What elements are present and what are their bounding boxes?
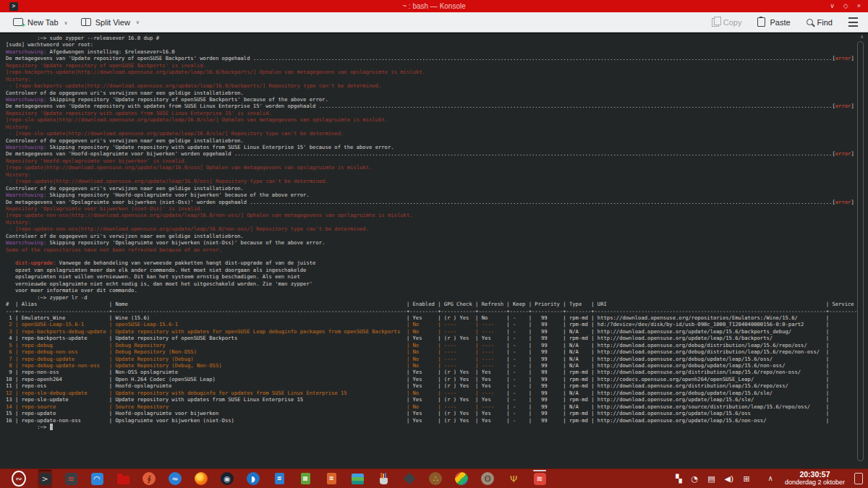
konsole-running-indicator [38, 470, 51, 471]
taskbar-wine-glass-app[interactable]: Ψ [506, 469, 521, 488]
split-view-icon [81, 18, 91, 26]
paste-button[interactable]: Paste [757, 17, 790, 27]
terminal-line: 1 | Emulators_Wine | Wine (15.6) | Yes |… [6, 314, 868, 321]
terminal-line [6, 253, 868, 260]
close-icon[interactable]: × [857, 3, 861, 9]
taskbar-red-waves-app[interactable]: ≋ [532, 469, 547, 488]
taskbar-libreoffice-writer[interactable]: ≣ [272, 469, 286, 488]
window-titlebar[interactable]: > ~ : bash — Konsole ∨ ◇ × [0, 0, 868, 12]
copy-button[interactable]: Copy [712, 18, 742, 27]
palette-app-icon: ∴ [429, 472, 442, 485]
taskbar-palette-app[interactable]: ∴ [428, 469, 443, 488]
taskbar-libreoffice-calc[interactable]: ▦ [298, 469, 312, 488]
terminal-line: 12 | repo-sle-debug-update | Update repo… [6, 390, 868, 396]
terminal-line: Waarschuwing: Skipping repository 'Hoofd… [6, 192, 868, 198]
terminal-viewport[interactable]: :~> sudo zypper --releasever 16.0 dup #[… [0, 33, 868, 468]
split-view-dropdown-chevron-icon[interactable]: ∨ [136, 20, 140, 25]
taskbar-libreoffice-impress[interactable]: ≣ [324, 469, 339, 488]
tray-clipboard-icon[interactable]: ▤ [707, 475, 715, 483]
taskbar-clock[interactable]: 20:30:57 donderdag 2 oktober [785, 471, 845, 486]
terminal-line: Controleer of de opgegeven uri's verwijz… [6, 185, 868, 192]
terminal-line: - [repo-backports-update|http://download… [6, 82, 868, 89]
taskbar-orange-circle-app[interactable]: ∮ [142, 469, 156, 488]
taskbar-opensuse-launcher[interactable]: ∾ [12, 469, 26, 488]
toolbar-right-group: Copy Paste Find [712, 17, 858, 27]
task-manager: ∾>≡◠∮≈◉◗≣▦≣∴ʘΨ≋ [12, 469, 547, 488]
tray-input-method-icon[interactable]: ◔ [692, 475, 699, 483]
terminal-line: Controleer of de opgegeven uri's verwijz… [6, 90, 868, 96]
find-button[interactable]: Find [807, 18, 833, 27]
terminal-line: Waarschuwing: Skipping repository 'Updat… [6, 96, 868, 103]
falkon-browser-icon: ≈ [169, 472, 182, 485]
taskbar-layers-app[interactable] [350, 469, 365, 488]
new-tab-label: New Tab [27, 18, 59, 27]
thunderbird-icon: ◗ [247, 472, 260, 485]
terminal-line: 15 | repo-update | Hoofd-opslagruimte vo… [6, 410, 868, 416]
terminal-line: 4 | repo-backports-update | Update repos… [6, 335, 868, 341]
thunderbird-glyph: ◗ [251, 475, 255, 483]
tray-expander-icon[interactable]: ∧ [768, 475, 773, 482]
taskbar-dolphin-file-manager[interactable] [116, 469, 130, 488]
terminal-line: - [repo-sle-update|http://download.opens… [6, 130, 868, 137]
terminal-line: 16 | repo-update-non-oss | Opslagruimte … [6, 417, 868, 424]
libreoffice-calc-glyph: ▦ [302, 476, 308, 481]
system-settings-glyph: ≡ [67, 475, 74, 483]
terminal-line: History: [6, 124, 868, 130]
taskbar-firefox[interactable] [194, 469, 208, 488]
terminal-line: 3 | repo-backports-debug-update | Update… [6, 328, 868, 335]
terminal-line: De metagegevens van 'Update repository o… [6, 55, 868, 61]
taskbar-thunderbird[interactable]: ◗ [246, 469, 260, 488]
new-tab-icon [13, 18, 23, 26]
new-tab-dropdown-chevron-icon[interactable]: ∨ [64, 20, 68, 26]
taskbar-system-settings[interactable]: ≡ [64, 469, 78, 488]
clock-date: donderdag 2 oktober [785, 479, 845, 487]
scrollbar-up-arrow-icon[interactable]: ∧ [860, 34, 864, 39]
terminal-line: 7 | repo-debug-update | Update Repositor… [6, 356, 868, 362]
krita-icon [455, 472, 468, 485]
terminal-line: [repo-update|http://download.opensuse.or… [6, 164, 868, 171]
taskbar-steam[interactable]: ◉ [220, 469, 234, 488]
terminal-line: # | Alias | Name | Enabled | GPG Check |… [6, 301, 868, 307]
taskbar-krita[interactable] [454, 469, 469, 488]
menu-button[interactable] [848, 17, 858, 27]
taskbar-falkon-browser[interactable]: ≈ [168, 469, 182, 488]
terminal-line: De metagegevens van 'Hoofd-opslagruimte … [6, 150, 868, 157]
tray-volume-icon[interactable]: ◀) [725, 475, 734, 483]
terminal-line: [repo-update-non-oss|http://download.ope… [6, 212, 868, 218]
taskbar: ∾>≡◠∮≈◉◗≣▦≣∴ʘΨ≋ ▚◔▤◀)⊞∧ 20:30:57 donderd… [0, 468, 868, 488]
taskbar-brush-cup-app[interactable] [376, 469, 391, 488]
terminal-line: - [repo-update-non-oss|http://download.o… [6, 226, 868, 232]
tray-displays-icon[interactable]: ⊞ [743, 475, 749, 483]
terminal-line: 6 | repo-debug-non-oss | Debug Repositor… [6, 348, 868, 355]
terminal-line: voor meer informatie over dit commando. [6, 287, 868, 294]
copy-icon [712, 18, 719, 27]
tray-app-icon[interactable]: ▚ [676, 475, 681, 483]
konsole-glyph: > [41, 475, 48, 483]
taskbar-discover[interactable]: ◠ [90, 469, 104, 488]
terminal-line: [repo-backports-update|http://download.o… [6, 69, 868, 75]
terminal-scrollbar[interactable] [857, 41, 864, 461]
taskbar-gimp[interactable]: ʘ [480, 469, 495, 488]
falkon-browser-glyph: ≈ [171, 475, 178, 483]
terminal-line: 5 | repo-debug | Debug Repository | No |… [6, 342, 868, 348]
taskbar-konsole[interactable]: > [38, 469, 52, 488]
terminal-line: :~> zypper lr -d [6, 294, 868, 301]
terminal-line: Repository 'Opslagruimte voor bijwerken … [6, 205, 868, 212]
opensuse-launcher-icon: ∾ [12, 471, 26, 487]
terminal-line: Controleer of de opgegeven uri's verwijz… [6, 233, 868, 239]
terminal-line: vernieuwde opslagruimte niet echt nodig … [6, 281, 868, 287]
brush-cup-app-icon [380, 478, 388, 484]
taskbar-darktable[interactable] [402, 469, 417, 488]
split-view-button[interactable]: Split View ∨ [81, 18, 140, 27]
terminal-line: Repository 'Update repository of openSUS… [6, 62, 868, 69]
libreoffice-impress-glyph: ≣ [329, 476, 334, 481]
minimize-icon[interactable]: ∨ [830, 3, 835, 9]
libreoffice-impress-icon: ≣ [327, 473, 336, 484]
steam-icon: ◉ [221, 472, 234, 485]
show-desktop-button[interactable] [854, 473, 863, 484]
paste-label: Paste [770, 18, 790, 27]
maximize-icon[interactable]: ◇ [843, 3, 848, 9]
steam-glyph: ◉ [224, 475, 231, 483]
konsole-toolbar: New Tab ∨ Split View ∨ Copy Paste Find [0, 12, 868, 33]
new-tab-button[interactable]: New Tab ∨ [13, 18, 68, 27]
